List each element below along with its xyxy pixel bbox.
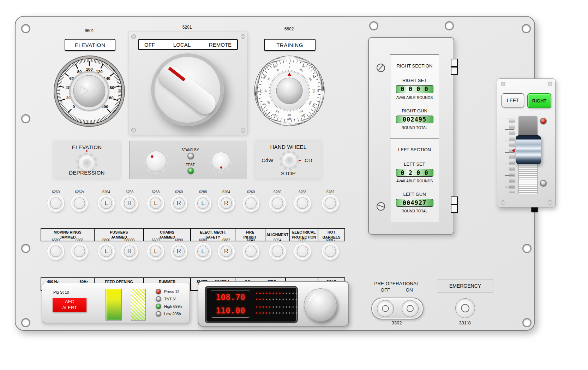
button-glyph	[50, 198, 61, 209]
elevation-depression-knob[interactable]	[75, 149, 99, 171]
preop-on-socket[interactable]	[402, 300, 419, 317]
button-id: 6260	[240, 190, 262, 194]
button-glyph: L	[150, 246, 161, 257]
push-group: 6055	[291, 238, 314, 258]
knob-notch-icon	[304, 289, 337, 321]
push-group: 6264L	[95, 190, 118, 210]
display-number-box: 108.70 110.00	[211, 290, 250, 318]
screw-hole	[21, 244, 30, 253]
right-set-label: RIGHT SET	[402, 78, 427, 83]
pushbutton-6266-R[interactable]: R	[122, 196, 137, 210]
right-gun-button[interactable]: RIGHT	[527, 93, 551, 108]
pushbutton-6866-L[interactable]: L	[99, 244, 113, 258]
button-glyph: L	[101, 198, 112, 209]
pushbutton-6054[interactable]	[270, 244, 284, 258]
pushbutton-6260c[interactable]	[270, 196, 284, 210]
button-glyph: R	[221, 198, 232, 209]
button-id: 6262¹	[68, 190, 91, 194]
preop-off-socket[interactable]	[377, 300, 394, 317]
pushbutton-6268b[interactable]	[295, 196, 310, 210]
control-panel-screenshot: 6601 ELEVATION 0 20 40 60 80 100 120 140…	[0, 0, 588, 370]
svg-text:270: 270	[312, 89, 315, 93]
button-id: 6264	[215, 190, 238, 194]
pushbutton-6264-R[interactable]: R	[219, 196, 233, 210]
screw-hole	[21, 24, 30, 33]
pushbutton-6262[interactable]	[72, 196, 86, 210]
hand-wheel-title: HAND WHEEL	[255, 144, 322, 150]
screw-icon	[501, 82, 505, 86]
gun-select-panel: LEFT RIGHT	[497, 78, 556, 207]
pushbutton-6680-L[interactable]: L	[196, 244, 210, 258]
edge-connector	[451, 67, 458, 75]
slider-scale	[504, 116, 517, 195]
pushbutton-6288-L[interactable]: L	[196, 196, 210, 210]
pushbutton-6882-R[interactable]: R	[219, 244, 233, 258]
button-glyph	[272, 246, 283, 257]
pushbutton-6264-L[interactable]: L	[99, 196, 113, 210]
button-id: 6040	[240, 238, 262, 242]
pushbutton-6866B-R[interactable]: R	[122, 244, 137, 258]
elevation-dial-knob[interactable]	[70, 72, 109, 111]
push-group: 6699L	[144, 238, 167, 258]
high-led-label: High 699h	[164, 304, 182, 309]
right-gun-caption: ROUND TOTAL	[401, 125, 427, 130]
pushbutton-6868[interactable]	[72, 244, 86, 258]
elevation-dial: 0 20 40 60 80 100 120 140 160 180 200	[50, 52, 128, 130]
pushbutton-6282[interactable]	[323, 196, 337, 210]
pushbutton-6890-R[interactable]: R	[172, 244, 186, 258]
display-adjust-knob[interactable]	[304, 288, 337, 322]
push-group: 6260R	[168, 190, 190, 210]
button-glyph: L	[197, 198, 209, 209]
button-glyph: R	[221, 246, 232, 257]
test-led	[187, 168, 194, 174]
ammo-counter-card: RIGHT SECTION RIGHT SET 0 0 0 0 AVAILABL…	[390, 54, 439, 222]
screw-hole	[21, 114, 30, 123]
pushbutton-6268-L[interactable]: L	[149, 196, 163, 210]
left-gun-button[interactable]: LEFT	[502, 93, 524, 107]
unit-id-6601: 6601	[65, 28, 114, 33]
gun-select-slider-handle[interactable]	[516, 135, 541, 164]
push-group: 6268L	[144, 190, 167, 210]
depression-label: DEPRESSION	[53, 170, 120, 176]
mode-knob[interactable]	[155, 57, 220, 123]
pushbutton-60BG[interactable]	[323, 244, 337, 258]
pushbutton-6699-L[interactable]: L	[149, 244, 163, 258]
pushbutton-6260-R[interactable]: R	[172, 196, 186, 210]
status-led-row: High 699h	[156, 304, 182, 309]
tnt-led	[156, 296, 161, 302]
screw-hole	[445, 21, 454, 30]
svg-text:0: 0	[73, 105, 75, 109]
push-group: 6866BR	[118, 238, 141, 258]
push-group: 6288L	[192, 190, 214, 210]
hand-wheel-knob[interactable]	[278, 150, 301, 171]
svg-text:90: 90	[264, 89, 267, 92]
pushbutton-6040[interactable]	[244, 244, 258, 258]
mode-selector-legend: OFF LOCAL REMOTE	[138, 39, 238, 50]
pushbutton-6055[interactable]	[295, 244, 310, 258]
afc-alert-line1: AFC	[65, 299, 74, 305]
pushbutton-6589[interactable]	[49, 244, 63, 258]
push-group: 6040	[240, 238, 262, 258]
screw-icon	[241, 128, 245, 133]
status-led-row: TNT 6°	[156, 296, 176, 302]
socket-hole	[461, 304, 469, 312]
pushbutton-6260b[interactable]	[244, 196, 258, 210]
screw-hole	[522, 318, 532, 327]
standby-test-knob-left[interactable]	[143, 148, 169, 175]
standby-test-knob-right[interactable]	[209, 149, 233, 174]
button-glyph	[50, 246, 61, 257]
button-id: 6264	[95, 190, 118, 194]
training-dial-knob[interactable]	[270, 72, 308, 110]
display-dot-matrix: ●●●●●●●●●●●●● ●●●●●●●●●●●●● ●●●●●●●●●●●●…	[256, 292, 294, 318]
training-dial-label: TRAINING	[264, 39, 316, 51]
mode-knob-handle[interactable]	[155, 61, 220, 118]
status-led-row: Press 12	[156, 289, 179, 294]
socket-hole	[407, 305, 414, 312]
tnt-led-label: TNT 6°	[164, 297, 176, 301]
pushbutton-6260[interactable]	[49, 196, 63, 210]
push-group: 6264R	[215, 190, 238, 210]
emergency-socket[interactable]	[455, 298, 475, 318]
button-id: 6680	[192, 238, 214, 242]
mode-option-off: OFF	[144, 42, 155, 48]
preop-unit-id: 3302	[377, 320, 416, 325]
